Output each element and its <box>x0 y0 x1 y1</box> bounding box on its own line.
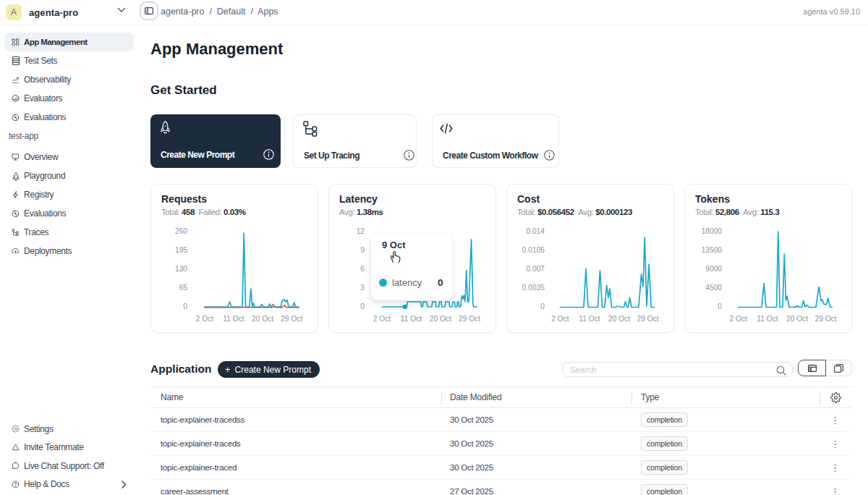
svg-text:13500: 13500 <box>702 246 723 254</box>
svg-text:12: 12 <box>357 227 365 235</box>
svg-text:18000: 18000 <box>702 227 723 235</box>
svg-text:20 Oct: 20 Oct <box>608 315 630 323</box>
svg-text:11 Oct: 11 Oct <box>757 315 778 323</box>
svg-text:20 Oct: 20 Oct <box>430 315 451 323</box>
svg-text:29 Oct: 29 Oct <box>637 315 658 323</box>
svg-text:11 Oct: 11 Oct <box>223 315 244 323</box>
svg-text:0.0105: 0.0105 <box>522 246 545 254</box>
svg-text:0: 0 <box>183 302 187 310</box>
svg-text:130: 130 <box>175 265 187 273</box>
svg-text:9: 9 <box>360 246 365 254</box>
svg-text:3: 3 <box>360 284 365 292</box>
svg-text:11 Oct: 11 Oct <box>579 315 600 323</box>
svg-text:0: 0 <box>718 302 722 310</box>
svg-text:0.007: 0.007 <box>527 265 545 273</box>
svg-text:0.014: 0.014 <box>527 227 545 235</box>
svg-text:260: 260 <box>175 227 187 235</box>
svg-text:2 Oct: 2 Oct <box>373 315 391 323</box>
svg-text:65: 65 <box>179 284 188 292</box>
svg-text:29 Oct: 29 Oct <box>281 315 302 323</box>
svg-text:0: 0 <box>540 302 545 310</box>
svg-text:11 Oct: 11 Oct <box>401 315 422 323</box>
svg-text:6: 6 <box>360 265 365 273</box>
svg-text:29 Oct: 29 Oct <box>814 315 836 323</box>
svg-text:0: 0 <box>360 302 365 310</box>
svg-text:2 Oct: 2 Oct <box>196 315 214 323</box>
svg-text:9000: 9000 <box>705 265 722 273</box>
svg-text:2 Oct: 2 Oct <box>730 315 748 323</box>
svg-text:0.0035: 0.0035 <box>522 284 545 292</box>
svg-text:195: 195 <box>175 246 187 254</box>
svg-text:20 Oct: 20 Oct <box>252 315 273 323</box>
svg-text:4500: 4500 <box>705 284 722 292</box>
svg-text:20 Oct: 20 Oct <box>786 315 808 323</box>
svg-text:2 Oct: 2 Oct <box>551 315 569 323</box>
svg-text:29 Oct: 29 Oct <box>459 315 480 323</box>
